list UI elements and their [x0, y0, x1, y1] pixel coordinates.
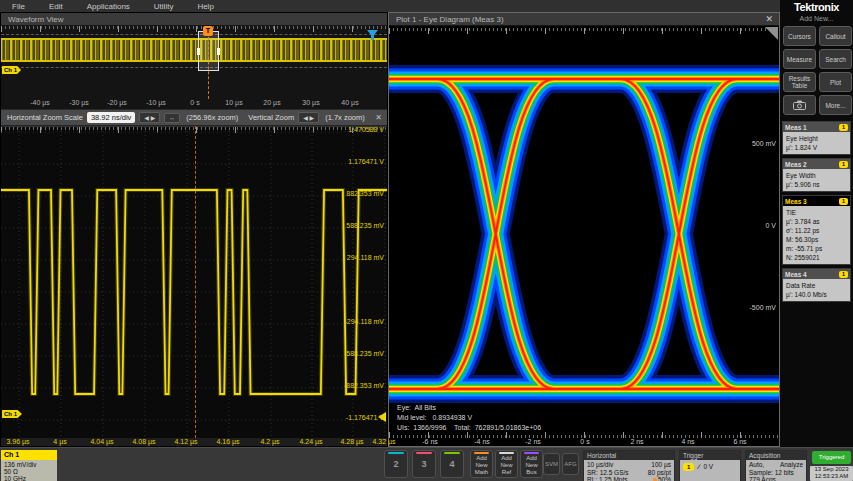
measure-button[interactable]: Measure	[783, 49, 816, 69]
results-table-button[interactable]: Results Table	[783, 72, 816, 92]
right-arrow-icon: ▶	[310, 115, 315, 121]
meas-badge-meas1[interactable]: Meas 11Eye Heightµ': 1.824 V	[782, 121, 851, 155]
left-arrow-icon: ◀	[303, 115, 308, 121]
ch1-badge[interactable]: Ch 1 136 mV/div 50 Ω 10 GHz	[1, 450, 57, 481]
horizontal-scale: 10 µs/div	[587, 461, 613, 469]
overview-axis-label: -30 µs	[69, 99, 89, 106]
vzoom-factor: (1.7x zoom)	[325, 113, 365, 122]
position-percent: 50%	[653, 476, 671, 481]
zoom-window-right-handle[interactable]	[217, 48, 220, 55]
overview-ruler	[1, 26, 387, 32]
meas-badge-meas4[interactable]: Meas 41Data Rateµ': 140.0 Mb/s	[782, 268, 851, 302]
eye-time-axis-label: -6 ns	[422, 438, 438, 445]
add-color-stripe	[524, 452, 539, 454]
right-arrow-icon: ▶	[151, 115, 156, 121]
acquisition-badge[interactable]: Acquisition Auto,Analyze Sample: 12 bits…	[745, 450, 807, 481]
channel-3-button[interactable]: 3	[412, 450, 436, 478]
meas-value-line: µ': 5.906 ns	[786, 180, 847, 189]
zoomed-waveform-plot[interactable]: Ch 1	[1, 126, 387, 438]
menu-item-file[interactable]: File	[0, 2, 37, 11]
zoom-toolbar: Horizontal Zoom Scale 38.92 ns/div ◀ ▶ ↔…	[1, 109, 387, 126]
plot-button[interactable]: Plot	[819, 72, 852, 92]
ch1-badge-title: Ch 1	[1, 450, 57, 460]
zoom-window-left-handle[interactable]	[197, 48, 200, 55]
ch1-bandwidth: 10 GHz	[4, 475, 54, 481]
afg-button[interactable]: AFG	[562, 453, 579, 475]
trigger-badge[interactable]: Trigger 1 ∕ 0 V	[679, 450, 741, 481]
meas-value-line: σ': 11.22 ps	[786, 226, 847, 235]
eye-volt-axis-label: -500 mV	[750, 304, 776, 311]
add-new-math-button[interactable]: Add New Math	[470, 450, 493, 478]
time-axis-label: 4.24 µs	[299, 438, 322, 445]
hzoom-scale-value[interactable]: 38.92 ns/div	[87, 112, 135, 123]
record-length: RL: 1.25 Mpts	[587, 476, 627, 481]
cursors-button[interactable]: Cursors	[783, 26, 816, 46]
acq-count: 779 Acqs	[749, 476, 776, 481]
more-button[interactable]: More...	[819, 95, 852, 115]
meas-badge-meas2[interactable]: Meas 21Eye Widthµ': 5.906 ns	[782, 158, 851, 192]
time-axis-label: 4.2 µs	[260, 438, 279, 445]
camera-icon	[793, 100, 806, 110]
record-overview[interactable]: T Ch 1 -40 µs-30 µs-20 µs-10 µs0 s10 µs2…	[1, 26, 387, 109]
eye-time-axis-label: 0 s	[580, 438, 589, 445]
edge-slope-icon: ∕	[698, 463, 699, 471]
time-axis-label: 4.04 µs	[90, 438, 113, 445]
meas-badge-meas3[interactable]: Meas 31TIEµ': 3.784 asσ': 11.22 psM: 56.…	[782, 195, 851, 265]
meas-value-line: N: 2559021	[786, 253, 847, 262]
time-axis-label: 4.08 µs	[132, 438, 155, 445]
add-new-bus-button[interactable]: Add New Bus	[520, 450, 543, 478]
svm-button[interactable]: SVM	[543, 453, 560, 475]
screenshot-button[interactable]	[783, 95, 816, 115]
overview-waveform	[1, 38, 387, 62]
search-button[interactable]: Search	[819, 49, 852, 69]
close-icon[interactable]: ✕	[765, 13, 773, 26]
menu-item-utility[interactable]: Utility	[142, 2, 186, 11]
time-text: 12:53:23 AM	[810, 473, 853, 480]
eye-time-axis-label: 2 ns	[630, 438, 643, 445]
meas-source-chip: 1	[839, 198, 848, 205]
menu-item-edit[interactable]: Edit	[37, 2, 75, 11]
callout-button[interactable]: Callout	[819, 26, 852, 46]
vzoom-label: Vertical Zoom	[248, 113, 294, 122]
overview-dash-bottom	[1, 67, 387, 68]
vzoom-arrows-button[interactable]: ◀ ▶	[298, 112, 319, 123]
meas-name: Meas 1	[785, 124, 807, 131]
meas-value-line: Eye Width	[786, 171, 847, 180]
overview-channel-tag: Ch 1	[2, 66, 21, 74]
menu-item-help[interactable]: Help	[185, 2, 225, 11]
meas-name: Meas 2	[785, 161, 807, 168]
resize-corner-icon[interactable]	[765, 27, 778, 40]
sidebar-buttons: CursorsCalloutMeasureSearchResults Table…	[780, 22, 853, 115]
meas-value-line: m: -55.71 ps	[786, 244, 847, 253]
brand-logo: Tektronix	[780, 0, 853, 13]
channel-2-button[interactable]: 2	[384, 450, 408, 478]
hzoom-span-button[interactable]: ↔	[164, 113, 180, 123]
eye-time-axis-label: -2 ns	[525, 438, 541, 445]
funnel-icon[interactable]	[367, 30, 379, 41]
triggered-status-button[interactable]: Triggered	[812, 451, 851, 464]
add-new-ref-button[interactable]: Add New Ref	[495, 450, 518, 478]
menu-bar: FileEditApplicationsUtilityHelp	[0, 0, 780, 12]
channel-4-button[interactable]: 4	[440, 450, 464, 478]
eye-plot-title-text: Plot 1 - Eye Diagram (Meas 3)	[396, 15, 504, 24]
overview-axis-label: 20 µs	[263, 99, 280, 106]
add-new-label: Add New...	[780, 15, 853, 22]
overview-zoom-window[interactable]	[198, 31, 219, 71]
horizontal-window: 100 µs	[651, 461, 671, 469]
trigger-source-chip: 1	[683, 463, 694, 471]
waveform-view-pane: Waveform View T Ch 1 -40 µs-30 µs-20 µs-…	[0, 12, 388, 447]
meas-value-line: Eye Height	[786, 134, 847, 143]
horizontal-badge[interactable]: Horizontal 10 µs/div100 µs SR: 12.5 GS/s…	[583, 450, 675, 481]
meas-value-line: M: 56.30ps	[786, 235, 847, 244]
date-text: 13 Sep 2023	[810, 466, 853, 473]
left-arrow-icon: ◀	[144, 115, 149, 121]
meas-value-line: Data Rate	[786, 281, 847, 290]
zoom-close-icon[interactable]: ✕	[375, 113, 382, 122]
eye-diagram-plot[interactable]	[389, 26, 779, 447]
hzoom-arrows-button[interactable]: ◀ ▶	[139, 112, 160, 123]
trigger-position-icon[interactable]: T	[203, 26, 213, 36]
horizontal-badge-title: Horizontal	[584, 451, 674, 460]
volt-axis-label: -588.235 mV	[344, 350, 384, 357]
ch1-badge-body: 136 mV/div 50 Ω 10 GHz	[1, 460, 57, 481]
menu-item-applications[interactable]: Applications	[75, 2, 142, 11]
